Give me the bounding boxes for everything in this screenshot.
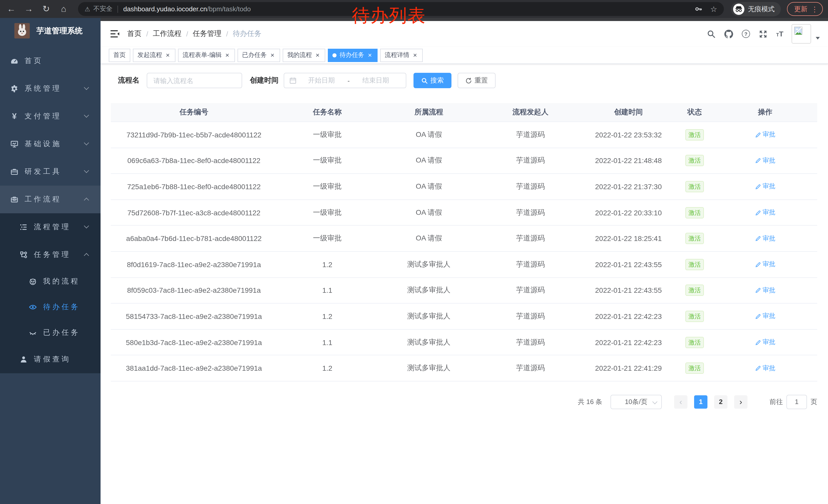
fullscreen-icon[interactable] [759,30,768,38]
table-row: a6aba0a4-7b6d-11ec-b781-acde48001122 一级审… [111,226,817,252]
tab-form-edit[interactable]: 流程表单-编辑 × [178,48,235,62]
sidebar-item-infrastructure[interactable]: 基础设施 [0,130,100,158]
browser-menu-icon[interactable]: ⋮ [811,5,818,13]
approve-link[interactable]: 审批 [755,364,776,372]
cell-task-id: 73211d9d-7b9b-11ec-b5b7-acde48001122 [111,122,277,147]
sidebar-item-workflow[interactable]: 工作流程 [0,186,100,213]
cell-process: OA 请假 [378,200,480,225]
next-icon: › [740,397,742,407]
tab-my-process[interactable]: 我的流程 × [283,48,325,62]
cell-created: 2022-01-21 22:43:55 [581,278,676,303]
sidebar-item-process-management[interactable]: 流程管理 [0,213,100,241]
column-initiator: 流程发起人 [480,103,581,122]
hamburger-icon[interactable] [110,30,120,38]
briefcase-icon [10,168,18,176]
caret-down-icon[interactable] [816,37,820,39]
process-name-input[interactable] [147,73,242,88]
approve-link[interactable]: 审批 [755,312,776,321]
page-button-1[interactable]: 1 [694,395,707,409]
incognito-label: 无痕模式 [748,4,775,13]
security-label: 不安全 [93,5,113,13]
approve-link[interactable]: 审批 [755,208,776,217]
update-button[interactable]: 更新 ⋮ [787,2,823,16]
goto-page-input[interactable] [786,395,807,409]
pen-icon [755,313,761,319]
forward-icon[interactable]: → [23,4,35,14]
process-name-label: 流程名 [118,76,139,85]
back-icon[interactable]: ← [5,4,17,14]
sidebar-item-todo-tasks[interactable]: 待办任务 [0,294,100,320]
help-icon[interactable]: ? [742,30,750,38]
approve-link[interactable]: 审批 [755,131,776,139]
workflow-submenu: 流程管理 任务管理 [0,213,100,373]
reset-button[interactable]: 重置 [458,73,496,88]
github-icon[interactable] [724,30,733,38]
page-size-select[interactable]: 10条/页 [611,395,662,409]
cell-task-name: 1.2 [277,356,378,381]
goto-label: 前往 [770,397,783,407]
sidebar-item-my-process[interactable]: 我的流程 [0,269,100,294]
app-title: 芋道管理系统 [36,26,83,36]
close-icon[interactable]: × [269,51,276,59]
pen-icon [755,365,761,371]
approve-link[interactable]: 审批 [755,156,776,165]
bookmark-star-icon[interactable]: ☆ [710,4,717,13]
approve-link[interactable]: 审批 [755,234,776,243]
sidebar-item-system[interactable]: 系统管理 [0,75,100,102]
approve-link[interactable]: 审批 [755,338,776,347]
sidebar-item-payment[interactable]: ¥ 支付管理 [0,102,100,130]
date-range-picker[interactable]: 开始日期 - 结束日期 [284,73,406,88]
chrome-strip [100,18,828,21]
tab-home[interactable]: 首页 [109,48,130,62]
close-icon[interactable]: × [412,51,418,59]
filter-form: 流程名 创建时间 开始日期 - 结束日期 [118,73,828,88]
chevron-down-icon [84,85,89,90]
reload-icon[interactable]: ↻ [40,4,52,14]
cell-created: 2022-01-22 23:53:32 [581,122,676,147]
avatar[interactable] [792,24,811,44]
home-icon[interactable]: ⌂ [57,4,70,14]
page-button-2[interactable]: 2 [714,395,728,409]
breadcrumb-home[interactable]: 首页 [127,29,141,39]
font-size-icon[interactable]: TT [776,30,783,38]
sidebar-item-leave-query[interactable]: 请假查询 [0,346,100,373]
pagination-total: 共 16 条 [578,397,602,407]
sidebar-item-home[interactable]: 首页 [0,47,100,75]
breadcrumb-task-management[interactable]: 任务管理 [193,29,222,39]
cell-task-id: 580e1b3d-7ac8-11ec-a9e2-a2380e71991a [111,330,277,355]
sidebar-menu: 首页 系统管理 ¥ 支付管理 [0,47,100,373]
chevron-down-icon [84,168,89,173]
close-icon[interactable]: × [367,51,373,59]
end-date-placeholder[interactable]: 结束日期 [350,76,401,85]
next-page-button[interactable]: › [734,395,747,409]
start-date-placeholder[interactable]: 开始日期 [296,76,346,85]
face-icon [29,277,37,286]
sidebar-item-done-tasks[interactable]: 已办任务 [0,320,100,346]
annotation-title: 待办列表 [352,4,426,28]
tab-done-tasks[interactable]: 已办任务 × [238,48,280,62]
pen-icon [755,235,761,241]
approve-link[interactable]: 审批 [755,182,776,191]
approve-link[interactable]: 审批 [755,260,776,269]
search-icon [421,77,428,84]
monitor-icon [10,140,18,148]
tab-start-process[interactable]: 发起流程 × [133,48,175,62]
search-button[interactable]: 搜索 [413,73,451,88]
sidebar-item-devtools[interactable]: 研发工具 [0,158,100,186]
close-icon[interactable]: × [224,51,230,59]
tab-process-detail[interactable]: 流程详情 × [380,48,423,62]
pen-icon [755,132,761,138]
close-icon[interactable]: × [315,51,321,59]
status-badge: 激活 [686,311,704,322]
column-status: 状态 [676,103,713,122]
approve-link[interactable]: 审批 [755,286,776,295]
prev-page-button[interactable]: ‹ [674,395,688,409]
breadcrumb-workflow[interactable]: 工作流程 [153,29,181,39]
tab-todo-tasks[interactable]: 待办任务 × [328,48,378,62]
sidebar-item-task-management[interactable]: 任务管理 [0,241,100,269]
key-icon[interactable] [694,5,702,13]
search-icon[interactable] [707,30,716,38]
prev-icon: ‹ [679,397,682,407]
eye-icon [29,303,37,311]
close-icon[interactable]: × [165,51,171,59]
